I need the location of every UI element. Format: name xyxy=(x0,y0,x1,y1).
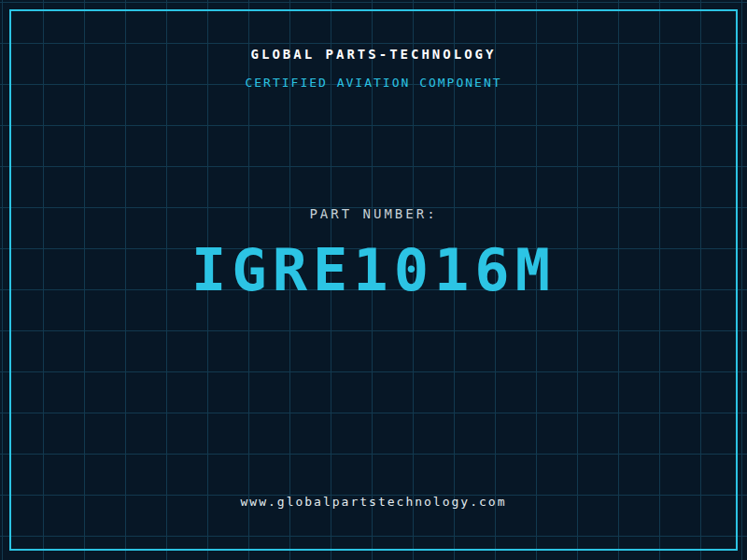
part-number-value: IGRE1016M xyxy=(0,239,747,302)
website-url: www.globalpartstechnology.com xyxy=(0,495,747,509)
company-name: GLOBAL PARTS-TECHNOLOGY xyxy=(0,47,747,62)
certification-subtitle: CERTIFIED AVIATION COMPONENT xyxy=(0,76,747,90)
part-label-placard: GLOBAL PARTS-TECHNOLOGY CERTIFIED AVIATI… xyxy=(0,0,747,560)
part-number-label: PART NUMBER: xyxy=(0,206,747,221)
